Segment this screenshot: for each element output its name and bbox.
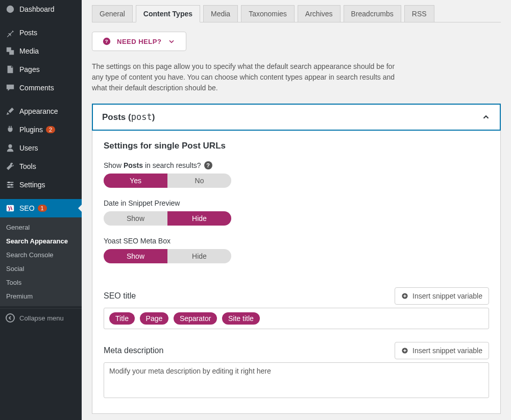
sidebar-label: Users [19,144,38,152]
show-in-results-toggle: Yes No [104,174,231,188]
snippet-date-toggle: Show Hide [104,211,231,226]
submenu-search-console[interactable]: Search Console [0,248,82,262]
insert-label: Insert snippet variable [412,292,482,300]
svg-point-4 [6,314,14,322]
sidebar-item-seo[interactable]: SEO 1 [0,199,82,217]
plug-icon [5,125,15,135]
intro-text: The settings on this page allow you to s… [92,61,398,93]
seo-badge: 1 [38,205,47,212]
toggle-no[interactable]: No [167,174,231,188]
toggle-show[interactable]: Show [104,249,167,263]
svg-text:?: ? [105,38,108,44]
help-icon[interactable]: ? [204,161,212,169]
main-content: General Content Types Media Taxonomies A… [82,0,511,420]
sidebar-item-pages[interactable]: Pages [0,60,82,79]
sidebar-item-posts[interactable]: Posts [0,23,82,42]
sidebar-item-comments[interactable]: Comments [0,79,82,97]
submenu-general[interactable]: General [0,220,82,234]
sidebar-label: Settings [19,181,45,189]
sidebar-item-plugins[interactable]: Plugins 2 [0,120,82,139]
need-help-button[interactable]: ? NEED HELP? [92,32,186,51]
insert-label: Insert snippet variable [412,347,482,355]
tab-rss[interactable]: RSS [404,5,434,22]
sidebar-label: Comments [19,84,54,92]
meta-desc-label: Meta description [104,346,163,355]
posts-settings-body: Settings for single Post URLs Show Posts… [92,131,501,414]
submenu-tools[interactable]: Tools [0,276,82,289]
submenu-premium[interactable]: Premium [0,289,82,303]
submenu-search-appearance[interactable]: Search Appearance [0,234,82,248]
media-icon [5,46,15,56]
seo-title-input[interactable]: Title Page Separator Site title [104,308,489,329]
seo-submenu: General Search Appearance Search Console… [0,217,82,306]
collapse-icon [5,313,15,323]
tab-taxonomies[interactable]: Taxonomies [241,5,295,22]
tab-archives[interactable]: Archives [298,5,340,22]
sidebar-label: Media [19,47,39,55]
admin-sidebar: Dashboard Posts Media Pages Comments App… [0,0,82,420]
svg-point-0 [8,182,10,184]
sidebar-item-tools[interactable]: Tools [0,157,82,176]
sidebar-label: Tools [19,162,36,170]
variable-pill[interactable]: Title [109,312,135,325]
submenu-social[interactable]: Social [0,262,82,276]
chevron-down-icon [167,37,176,45]
svg-point-1 [11,184,13,186]
variable-pill[interactable]: Separator [174,312,217,325]
help-label: NEED HELP? [117,38,161,45]
settings-tabs: General Content Types Media Taxonomies A… [92,5,501,22]
toggle-show[interactable]: Show [104,211,167,226]
dashboard-icon [5,4,15,14]
meta-box-label: Yoast SEO Meta Box [104,237,489,245]
sidebar-item-appearance[interactable]: Appearance [0,102,82,120]
sidebar-label: Dashboard [19,5,55,13]
section-title: Settings for single Post URLs [104,141,489,151]
plus-circle-icon [401,292,408,300]
plus-circle-icon [401,347,408,354]
tab-general[interactable]: General [92,5,133,22]
sidebar-label: SEO [19,204,35,212]
svg-rect-3 [7,205,14,212]
pin-icon [5,28,15,38]
meta-desc-placeholder: Modify your meta description by editing … [109,367,271,375]
insert-snippet-button[interactable]: Insert snippet variable [395,342,489,359]
sidebar-label: Pages [19,65,40,73]
sidebar-item-settings[interactable]: Settings [0,176,82,194]
user-icon [5,143,15,153]
snippet-date-label: Date in Snippet Preview [104,199,489,207]
posts-panel-header[interactable]: Posts (post) [92,104,501,131]
toggle-hide[interactable]: Hide [167,211,231,226]
variable-pill[interactable]: Site title [222,312,260,325]
toggle-hide[interactable]: Hide [167,249,231,263]
collapse-label: Collapse menu [19,314,64,322]
sidebar-label: Posts [19,29,37,37]
comment-icon [5,83,15,93]
seo-title-label: SEO title [104,291,136,301]
svg-point-2 [8,186,10,188]
toggle-yes[interactable]: Yes [104,174,167,188]
panel-title: Posts (post) [102,112,155,122]
sidebar-item-dashboard[interactable]: Dashboard [0,0,82,18]
meta-box-toggle: Show Hide [104,249,231,263]
show-in-results-label: Show Posts in search results? ? [104,161,489,169]
sidebar-item-media[interactable]: Media [0,42,82,60]
tab-media[interactable]: Media [203,5,238,22]
sidebar-label: Plugins [19,126,43,134]
plugins-badge: 2 [46,126,55,133]
sidebar-item-users[interactable]: Users [0,139,82,157]
wrench-icon [5,161,15,171]
variable-pill[interactable]: Page [140,312,169,325]
tab-content-types[interactable]: Content Types [136,5,200,22]
sidebar-label: Appearance [19,107,58,115]
insert-snippet-button[interactable]: Insert snippet variable [395,287,489,305]
brush-icon [5,106,15,116]
tab-breadcrumbs[interactable]: Breadcrumbs [344,5,401,22]
meta-desc-input[interactable]: Modify your meta description by editing … [104,362,489,398]
page-icon [5,64,15,75]
help-icon: ? [103,37,111,45]
chevron-up-icon [481,113,491,122]
collapse-menu-button[interactable]: Collapse menu [0,308,82,327]
sliders-icon [5,180,15,190]
yoast-icon [5,203,15,213]
